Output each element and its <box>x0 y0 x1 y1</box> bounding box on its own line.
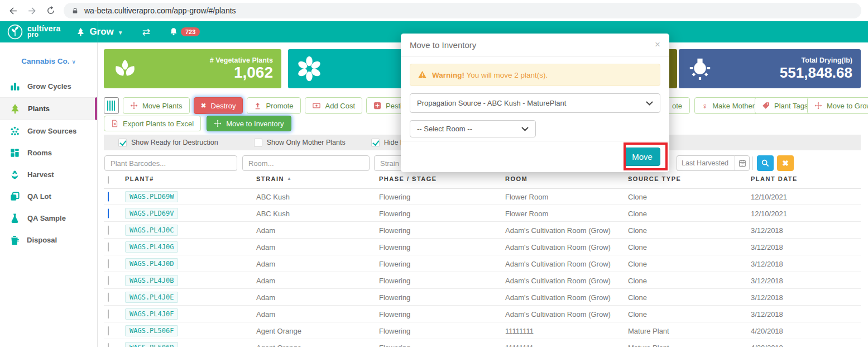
row-checkbox[interactable] <box>108 259 109 268</box>
last-harvested-date-input[interactable] <box>677 155 735 171</box>
row-checkbox[interactable] <box>108 309 109 319</box>
row-checkbox[interactable] <box>108 225 109 235</box>
row-checkbox[interactable] <box>108 326 109 335</box>
plant-number-link[interactable]: WAGS.PL4J0F <box>125 308 178 320</box>
sidebar-item-rooms[interactable]: Rooms <box>0 142 97 164</box>
source-type-cell: Mature Plant <box>628 343 669 347</box>
move-plants-button[interactable]: Move Plants <box>123 97 190 114</box>
column-header-date[interactable]: PLANT DATE <box>751 175 798 182</box>
plant-number-link[interactable]: WAGS.PL4J0E <box>125 292 178 303</box>
phase-cell: Flowering <box>379 192 410 201</box>
calendar-button[interactable] <box>735 155 750 171</box>
sidebar-item-disposal[interactable]: Disposal <box>0 229 97 251</box>
barcode-scan-button[interactable] <box>104 97 119 114</box>
strain-cell: Adam <box>256 310 275 318</box>
row-checkbox[interactable] <box>108 292 109 302</box>
move-button[interactable]: Move <box>624 148 660 166</box>
destroy-button[interactable]: ✖ Destroy <box>194 97 243 114</box>
company-selector[interactable]: Cannabis Co.∨ <box>0 57 97 65</box>
strain-cell: Adam <box>256 243 275 251</box>
room-cell: 11111111 <box>505 343 534 347</box>
plants-table: WAGS.PLD69W ABC Kush Flowering Flower Ro… <box>104 188 861 347</box>
source-type-cell: Clone <box>628 293 647 301</box>
search-button[interactable] <box>757 155 774 171</box>
add-cost-icon <box>312 102 321 110</box>
phase-cell: Flowering <box>379 326 410 335</box>
sidebar-item-harvest[interactable]: Harvest <box>0 164 97 186</box>
propagation-source-select[interactable]: Propagation Source - ABC Kush - MaturePl… <box>410 93 660 113</box>
promote-button[interactable]: Promote <box>247 97 300 114</box>
row-checkbox[interactable] <box>108 192 109 201</box>
plant-number-link[interactable]: WAGS.PL506D <box>125 342 178 347</box>
total-drying-card: Total Drying(lb) 551,848.68 <box>679 49 861 88</box>
row-checkbox[interactable] <box>108 343 109 347</box>
room-cell: Adam's Cultivation Room (Grow) <box>505 259 611 268</box>
strain-cell: Adam <box>256 293 275 301</box>
card-label: # Vegetative Plants <box>210 56 273 64</box>
column-header-strain[interactable]: STRAIN▲ <box>256 175 292 182</box>
column-header-phase[interactable]: PHASE / STAGE <box>379 175 437 182</box>
plant-number-link[interactable]: WAGS.PL4J0G <box>125 241 178 253</box>
warning-icon <box>418 70 427 79</box>
warning-banner: Warning! You will move 2 plant(s). <box>410 64 660 86</box>
room-cell: Adam's Cultivation Room (Grow) <box>505 293 611 301</box>
clear-filters-button[interactable]: ✖ <box>777 155 794 171</box>
phase-cell: Flowering <box>379 343 410 347</box>
plant-number-link[interactable]: WAGS.PL506F <box>125 325 178 336</box>
card-value: 1,062 <box>210 64 273 81</box>
room-input[interactable] <box>242 155 370 171</box>
plant-number-link[interactable]: WAGS.PL4J0B <box>125 275 178 286</box>
forward-icon[interactable] <box>22 2 41 19</box>
phase-cell: Flowering <box>379 276 410 284</box>
sidebar-item-qa-sample[interactable]: QA Sample <box>0 207 97 229</box>
sidebar-item-qa-lot[interactable]: QA Lot <box>0 186 97 207</box>
make-mother-button[interactable]: ♀ Make Mother <box>694 97 762 114</box>
notifications[interactable]: 723 <box>169 27 200 36</box>
move-to-grow-cycle-button[interactable]: Move to Grow Cy <box>807 97 868 114</box>
plant-number-link[interactable]: WAGS.PL4J0C <box>125 225 178 236</box>
chevron-down-icon <box>646 101 653 106</box>
plant-number-link[interactable]: WAGS.PLD69V <box>125 208 178 219</box>
source-type-cell: Clone <box>628 310 647 318</box>
show-only-mother-plants-checkbox[interactable]: Show Only Mother Plants <box>254 139 346 147</box>
close-icon[interactable]: × <box>655 39 660 50</box>
table-row: WAGS.PL4J0G Adam Flowering Adam's Cultiv… <box>104 239 861 255</box>
plant-number-link[interactable]: WAGS.PL4J0D <box>125 258 178 269</box>
column-header-plant[interactable]: PLANT# <box>125 175 154 182</box>
room-cell: Flower Room <box>505 209 548 217</box>
sidebar-item-grow-sources[interactable]: Grow Sources <box>0 120 97 142</box>
sidebar-item-plants[interactable]: Plants <box>0 97 97 120</box>
column-header-room[interactable]: ROOM <box>505 175 527 182</box>
select-all-checkbox[interactable] <box>108 176 109 184</box>
plant-number-link[interactable]: WAGS.PLD69W <box>125 191 178 202</box>
app-switcher-grow[interactable]: Grow ▼ <box>76 26 123 37</box>
url-bar[interactable]: wa-beta.cultiverapro.com/app-grow/#/plan… <box>64 3 861 18</box>
app-window: wa-beta.cultiverapro.com/app-grow/#/plan… <box>0 0 868 347</box>
row-checkbox[interactable] <box>108 242 109 251</box>
row-checkbox[interactable] <box>108 208 109 218</box>
destroy-icon: ✖ <box>201 102 207 110</box>
back-icon[interactable] <box>3 2 22 19</box>
plant-date-cell: 3/12/2018 <box>751 243 783 251</box>
plant-date-cell: 4/20/2018 <box>751 326 783 335</box>
room-select[interactable]: -- Select Room -- <box>410 120 536 137</box>
excel-icon <box>111 120 118 127</box>
plant-barcodes-input[interactable] <box>104 155 237 171</box>
rooms-icon <box>9 148 20 158</box>
export-excel-button[interactable]: Export Plants to Excel <box>104 116 201 131</box>
add-cost-button[interactable]: Add Cost <box>305 97 362 114</box>
sidebar-item-grow-cycles[interactable]: Grow Cycles <box>0 75 97 97</box>
source-type-cell: Clone <box>628 243 647 251</box>
room-cell: Adam's Cultivation Room (Grow) <box>505 310 611 318</box>
plant-tags-button[interactable]: Plant Tags <box>755 97 815 114</box>
move-to-inventory-button[interactable]: Move to Inventory <box>207 116 291 131</box>
last-harvested-date-group <box>677 155 750 171</box>
transfer-icon[interactable]: ⇄ <box>142 26 150 38</box>
phase-cell: Flowering <box>379 226 410 234</box>
row-checkbox[interactable] <box>108 275 109 285</box>
plant-date-cell: 3/12/2018 <box>751 293 783 301</box>
column-header-source[interactable]: SOURCE TYPE <box>628 175 681 182</box>
show-ready-for-destruction-checkbox[interactable]: Show Ready for Destruction <box>118 139 218 147</box>
reload-icon[interactable] <box>41 2 60 19</box>
strain-cell: Adam <box>256 276 275 284</box>
